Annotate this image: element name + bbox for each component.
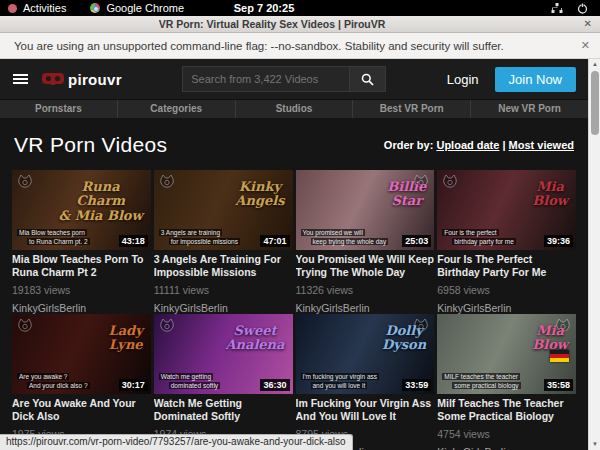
duration-badge: 33:59 [402, 379, 431, 391]
thumbnail-overlay-title: Dolly Dyson [382, 324, 426, 353]
window-titlebar[interactable]: VR Porn: Virtual Reality Sex Videos | Pi… [0, 16, 600, 33]
nav-item-new-vr-porn[interactable]: New VR Porn [470, 100, 588, 118]
video-views: 19183 views [12, 284, 151, 296]
link-preview-statusbar: https://pirouvr.com/vr-porn-video/779325… [0, 434, 353, 450]
nav-item-categories[interactable]: Categories [117, 100, 235, 118]
thumbnail-caption: MILF teaches the teacher some practical … [442, 372, 534, 390]
browser-viewport: pirouvr Login Join Now PornstarsCategori… [0, 59, 588, 450]
video-title[interactable]: 3 Angels Are Training For Impossible Mis… [154, 253, 293, 279]
video-thumbnail[interactable]: Mia Blow MILF teaches the teacher some p… [437, 314, 576, 394]
nav-item-pornstars[interactable]: Pornstars [0, 100, 117, 118]
video-thumbnail[interactable]: Dolly Dyson I'm fucking your virgin ass … [296, 314, 435, 394]
infobar-close-icon[interactable]: ✕ [581, 39, 590, 52]
video-card[interactable]: Sweet Analena Watch me getting dominated… [154, 314, 293, 450]
video-views: 11326 views [296, 284, 435, 296]
focused-app-menu[interactable]: Google Chrome [106, 2, 184, 14]
video-card[interactable]: Mia Blow MILF teaches the teacher some p… [437, 314, 576, 450]
system-top-bar: Activities Google Chrome Sep 7 20:25 [0, 0, 600, 16]
video-title[interactable]: Are You Awake And Your Dick Also [12, 397, 151, 423]
duration-badge: 25:03 [402, 235, 431, 247]
thumbnail-caption: Mia Blow teaches porn to Runa Charm pt. … [17, 228, 109, 246]
video-studio-link[interactable]: KinkyGirlsBerlin [437, 302, 576, 314]
thumbnail-overlay-title: Mia Blow [532, 180, 568, 209]
studio-watermark-icon [17, 174, 33, 194]
duration-badge: 47:01 [260, 235, 289, 247]
video-title[interactable]: Milf Teaches The Teacher Some Practical … [437, 397, 576, 423]
video-thumbnail[interactable]: Mia Blow Four is the perfect birthday pa… [437, 170, 576, 250]
clock[interactable]: Sep 7 20:25 [234, 2, 295, 14]
video-thumbnail[interactable]: Billie Star You promised we will keep tr… [296, 170, 435, 250]
video-card[interactable]: Runa Charm & Mia Blow Mia Blow teaches p… [12, 170, 151, 314]
video-card[interactable]: Billie Star You promised we will keep tr… [296, 170, 435, 314]
video-thumbnail[interactable]: Lady Lyne Are you awake ? And your dick … [12, 314, 151, 394]
search-button[interactable] [350, 66, 386, 92]
chrome-icon [90, 3, 100, 13]
main-nav: PornstarsCategoriesStudiosBest VR PornNe… [0, 99, 588, 118]
scroll-up-arrow-icon[interactable]: ▲ [589, 59, 600, 70]
infobar-message: You are using an unsupported command-lin… [0, 40, 504, 52]
search-icon [361, 73, 374, 86]
order-most-viewed-link[interactable]: Most viewed [509, 139, 574, 151]
thumbnail-overlay-title: Lady Lyne [109, 324, 143, 353]
window-close-button[interactable]: ✕ [584, 18, 592, 29]
notification-dot-icon [8, 4, 17, 13]
video-studio-link[interactable]: KinkyGirlsBerlin [437, 446, 576, 450]
video-card[interactable]: Lady Lyne Are you awake ? And your dick … [12, 314, 151, 450]
scrollbar-thumb[interactable] [591, 71, 599, 135]
studio-watermark-icon [442, 174, 458, 194]
video-title[interactable]: You Promised We Will Keep Trying The Who… [296, 253, 435, 279]
join-now-button[interactable]: Join Now [495, 67, 576, 92]
video-views: 11111 views [154, 284, 293, 296]
duration-badge: 43:18 [119, 235, 148, 247]
nav-item-studios[interactable]: Studios [235, 100, 353, 118]
video-grid: Runa Charm & Mia Blow Mia Blow teaches p… [12, 170, 576, 450]
video-title[interactable]: Im Fucking Your Virgin Ass And You Will … [296, 397, 435, 423]
video-studio-link[interactable]: KinkyGirlsBerlin [12, 302, 151, 314]
studio-watermark-icon [159, 174, 175, 194]
power-icon[interactable] [577, 3, 588, 14]
vertical-scrollbar[interactable]: ▲ ▼ [588, 59, 600, 450]
thumbnail-caption: Are you awake ? And your dick also ? [17, 372, 109, 390]
duration-badge: 39:36 [544, 235, 573, 247]
video-views: 6958 views [437, 284, 576, 296]
thumbnail-overlay-title: Kinky Angels [235, 180, 284, 209]
video-title[interactable]: Mia Blow Teaches Porn To Runa Charm Pt 2 [12, 253, 151, 279]
scroll-down-arrow-icon[interactable]: ▼ [589, 439, 600, 450]
login-link[interactable]: Login [447, 72, 479, 87]
video-card[interactable]: Dolly Dyson I'm fucking your virgin ass … [296, 314, 435, 450]
german-flag-icon [550, 350, 569, 362]
window-title: VR Porn: Virtual Reality Sex Videos | Pi… [159, 18, 442, 30]
video-thumbnail[interactable]: Sweet Analena Watch me getting dominated… [154, 314, 293, 394]
video-card[interactable]: Kinky Angels 3 Angels are training for i… [154, 170, 293, 314]
thumbnail-caption: Four is the perfect birthday party for m… [442, 228, 534, 246]
duration-badge: 30:17 [119, 379, 148, 391]
order-by: Order by: Upload date | Most viewed [384, 139, 574, 151]
page-title: VR Porn Videos [14, 133, 167, 157]
video-thumbnail[interactable]: Runa Charm & Mia Blow Mia Blow teaches p… [12, 170, 151, 250]
video-card[interactable]: Mia Blow Four is the perfect birthday pa… [437, 170, 576, 314]
video-title[interactable]: Watch Me Getting Dominated Softly [154, 397, 293, 423]
video-title[interactable]: Four Is The Perfect Birthday Party For M… [437, 253, 576, 279]
duration-badge: 36:30 [260, 379, 289, 391]
video-studio-link[interactable]: KinkyGirlsBerlin [296, 302, 435, 314]
activities-button[interactable]: Activities [23, 2, 66, 14]
site-logo[interactable]: pirouvr [42, 71, 122, 88]
thumbnail-caption: You promised we will keep trying the who… [301, 228, 393, 246]
duration-badge: 35:58 [544, 379, 573, 391]
video-studio-link[interactable]: KinkyGirlsBerlin [154, 302, 293, 314]
studio-watermark-icon [17, 318, 33, 338]
order-by-label: Order by: [384, 139, 434, 151]
order-upload-date-link[interactable]: Upload date [436, 139, 499, 151]
network-icon[interactable] [551, 3, 563, 14]
order-separator: | [502, 139, 505, 151]
vr-goggles-icon [42, 73, 64, 85]
thumbnail-overlay-title: Mia Blow [532, 324, 568, 353]
menu-hamburger-icon[interactable] [13, 72, 28, 86]
video-thumbnail[interactable]: Kinky Angels 3 Angels are training for i… [154, 170, 293, 250]
thumbnail-caption: I'm fucking your virgin ass and you will… [301, 372, 393, 390]
site-header: pirouvr Login Join Now [0, 59, 588, 99]
search-input[interactable] [182, 66, 350, 92]
thumbnail-caption: Watch me getting dominated softly [159, 372, 251, 390]
thumbnail-overlay-title: Billie Star [387, 180, 426, 209]
nav-item-best-vr-porn[interactable]: Best VR Porn [352, 100, 470, 118]
